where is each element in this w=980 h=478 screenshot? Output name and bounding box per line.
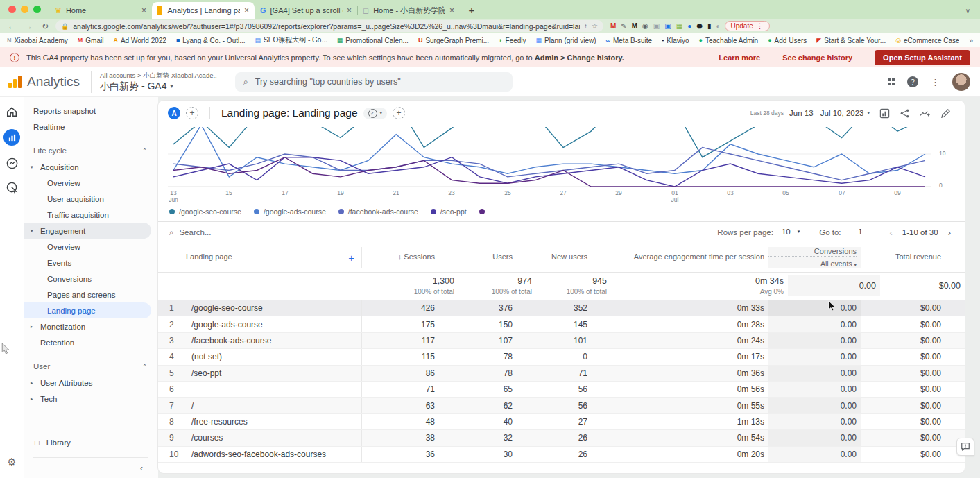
prev-page-icon[interactable]: ‹ (887, 228, 895, 238)
bookmark-item[interactable]: AAd World 2022 (113, 35, 166, 45)
browser-menu-icon[interactable]: ⋮ (757, 22, 764, 30)
landing-page-cell[interactable]: /facebook-ads-course (186, 336, 361, 345)
sidebar-item-realtime[interactable]: Realtime (24, 119, 151, 135)
sidebar-section-user[interactable]: User⌃ (24, 358, 158, 375)
bookmark-item[interactable]: ■Lyang & Co. - Outl... (176, 35, 246, 45)
expand-arrow-icon[interactable]: ▾ (31, 164, 33, 170)
dimension-filter-chip[interactable]: ✓▾ (363, 108, 388, 119)
table-row[interactable]: 8/free-resources4840271m 13s0.00$0.00 (158, 414, 965, 430)
landing-page-cell[interactable]: /seo-ppt (186, 368, 361, 378)
landing-page-cell[interactable]: /courses (186, 433, 361, 443)
sidebar-item-library[interactable]: □ Library (24, 434, 158, 452)
sidebar-item-overview[interactable]: Overview (24, 175, 151, 191)
collapse-chevron-icon[interactable]: ⌃ (142, 148, 147, 154)
add-filter-button[interactable]: + (393, 107, 405, 119)
table-row[interactable]: 3/facebook-ads-course1171071010m 24s0.00… (158, 333, 965, 349)
bookmark-item[interactable]: ∞Meta B-suite (606, 35, 653, 45)
url-bar[interactable]: 🔒 analytics.google.com/analytics/web/?au… (55, 20, 603, 32)
bookmark-item[interactable]: ▤SEO课程大纲 - Go... (255, 35, 327, 45)
sphere-ext-icon[interactable]: ● (687, 23, 691, 30)
table-row[interactable]: 7/6362560m 55s0.00$0.00 (158, 398, 965, 413)
sidebar-item-traffic-acquisition[interactable]: Traffic acquisition (24, 207, 151, 223)
forward-button[interactable]: → (22, 22, 35, 31)
browser-tab[interactable]: ♛Home× (49, 2, 152, 19)
browser-tab[interactable]: ▊Analytics | Landing page: Land× (152, 2, 255, 19)
sidebar-item-events[interactable]: Events (24, 255, 151, 271)
home-icon[interactable] (6, 105, 18, 118)
reload-button[interactable]: ↻ (39, 22, 51, 31)
reports-icon[interactable] (3, 129, 20, 146)
expand-arrow-icon[interactable]: ▸ (31, 324, 33, 330)
sidebar-item-monetization[interactable]: ▸Monetization (24, 318, 151, 334)
browser-tab[interactable]: G[GA4] Set up a scroll conversi× (255, 2, 357, 19)
bookmarks-overflow-icon[interactable]: » (969, 37, 973, 44)
avatar[interactable] (952, 73, 970, 91)
close-tab-icon[interactable]: × (449, 6, 454, 15)
share-icon[interactable]: ↑ (584, 22, 587, 30)
customize-chart-icon[interactable] (879, 108, 890, 119)
blue-ext-icon[interactable]: ▣ (664, 23, 671, 30)
m-ext-icon[interactable]: M (632, 23, 637, 30)
sidebar-item-user-acquisition[interactable]: User acquisition (24, 191, 151, 207)
next-page-icon[interactable]: › (945, 228, 954, 238)
bookmark-item[interactable]: USurgeGraph Premi... (418, 35, 489, 45)
open-setup-assistant-button[interactable]: Open Setup Assistant (875, 50, 970, 65)
bookmark-item[interactable]: ◎eCommerce Case... (895, 35, 959, 45)
table-row[interactable]: 9/courses3832260m 54s0.00$0.00 (158, 430, 965, 446)
bookmark-item[interactable]: ▦Plann (grid view) (536, 35, 596, 45)
sidebar-item-conversions[interactable]: Conversions (24, 271, 151, 287)
close-tab-icon[interactable]: × (244, 6, 249, 15)
rows-per-page-select[interactable]: 10▾ (779, 228, 802, 237)
landing-page-cell[interactable]: /google-seo-course (186, 303, 361, 313)
table-row[interactable]: 5/seo-ppt8678710m 36s0.00$0.00 (158, 366, 965, 382)
sidebar-item-pages-and-screens[interactable]: Pages and screens (24, 287, 151, 302)
minimize-window-icon[interactable] (21, 6, 28, 13)
bookmark-item[interactable]: MGmail (78, 35, 104, 45)
expand-arrow-icon[interactable]: ▾ (31, 228, 33, 234)
col-new-users[interactable]: New users (551, 253, 587, 262)
see-change-history-link[interactable]: See change history (782, 53, 852, 62)
learn-more-link[interactable]: Learn more (719, 53, 760, 62)
close-tab-icon[interactable]: × (347, 6, 352, 15)
bookmark-item[interactable]: NXiaobai Academy (7, 35, 68, 45)
window-controls[interactable] (7, 0, 49, 19)
sidebar-item-tech[interactable]: ▸Tech (24, 391, 151, 407)
sidebar-item-retention[interactable]: Retention (24, 334, 151, 350)
collapse-sidebar-button[interactable]: ‹ (33, 457, 148, 478)
feedback-button[interactable] (956, 438, 974, 456)
conversions-event-select[interactable]: All events ▾ (768, 259, 857, 268)
bookmark-item[interactable]: ▪Klaviyo (662, 35, 689, 45)
green-ext-icon[interactable]: ▦ (676, 23, 682, 30)
maximize-window-icon[interactable] (33, 6, 41, 13)
landing-page-cell[interactable]: /google-ads-course (186, 320, 361, 330)
sidebar-item-reports-snapshot[interactable]: Reports snapshot (24, 103, 151, 119)
expand-arrow-icon[interactable]: ▸ (31, 380, 33, 386)
sessions-line-chart[interactable]: 10 0 13Jun151719212325272901Jul03050709 (168, 127, 955, 205)
col-total-revenue[interactable]: Total revenue (895, 253, 941, 262)
bookmark-item[interactable]: ◤Start & Scale Your... (816, 35, 886, 45)
camera-ext-icon[interactable]: ◉ (642, 23, 648, 30)
goto-page-input[interactable]: 1 (847, 228, 875, 237)
date-range-picker[interactable]: Jun 13 - Jul 10, 2023▾ (789, 109, 870, 117)
table-row[interactable]: 4(not set)1157800m 17s0.00$0.00 (158, 349, 965, 365)
chrome-update-button[interactable]: Update ⋮ (725, 21, 770, 31)
browser-tab[interactable]: ◻Home - 小白新势学院× (357, 2, 460, 19)
segment-a-badge[interactable]: A (168, 107, 180, 119)
pen-ext-icon[interactable]: ✎ (621, 23, 626, 30)
bookmark-item[interactable]: ●Teachable Admin (699, 35, 759, 45)
apps-grid-icon[interactable] (888, 78, 895, 85)
landing-page-cell[interactable]: / (186, 401, 361, 411)
table-row[interactable]: 67165560m 56s0.00$0.00 (158, 382, 965, 398)
help-icon[interactable]: ? (907, 76, 918, 87)
col-users[interactable]: Users (492, 253, 513, 262)
gray-ext-icon[interactable]: ▣ (653, 23, 660, 30)
search-input[interactable]: ⌕ Try searching "top countries by users" (235, 72, 513, 92)
profile-ext-icon[interactable]: ◐ (716, 23, 720, 30)
sidebar-item-overview[interactable]: Overview (24, 239, 151, 255)
tab-search-chevron-icon[interactable]: ∨ (965, 7, 980, 19)
bookmark-star-icon[interactable]: ☆ (592, 22, 598, 30)
add-dimension-icon[interactable]: + (348, 252, 361, 264)
advertising-icon[interactable] (6, 181, 19, 194)
sidebar-item-engagement[interactable]: ▾Engagement (24, 223, 151, 239)
add-comparison-button[interactable]: + (186, 107, 198, 119)
